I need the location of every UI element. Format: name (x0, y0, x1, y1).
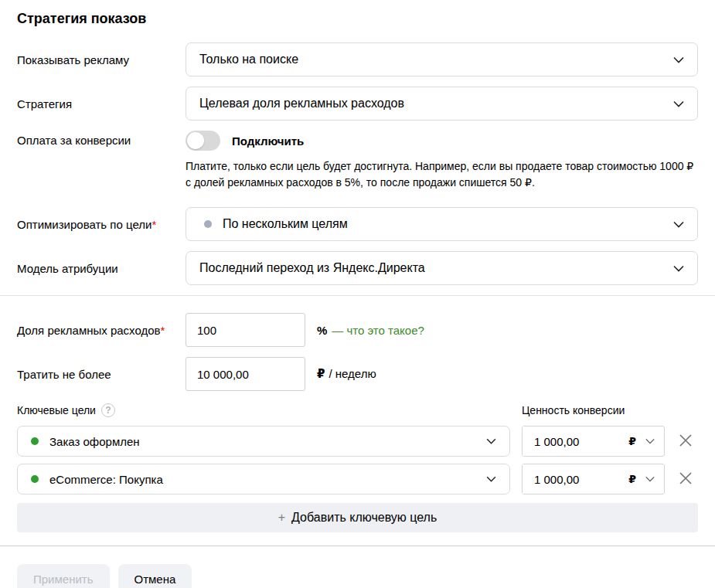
toggle-knob (187, 132, 204, 149)
row-attribution-model: Модель атрибуции Последний переход из Ян… (17, 251, 698, 285)
pay-per-conversion-description: Платите, только если цель будет достигну… (186, 158, 698, 191)
apply-button[interactable]: Применить (17, 564, 110, 588)
strategy-label: Стратегия (17, 97, 186, 110)
conversion-value-field: ₽ (522, 464, 665, 495)
chevron-down-icon (673, 56, 684, 63)
goal-name: eCommerce: Покупка (49, 473, 478, 486)
help-question-icon[interactable]: ? (101, 403, 115, 417)
strategy-select[interactable]: Целевая доля рекламных расходов (186, 87, 698, 121)
attribution-model-select[interactable]: Последний переход из Яндекс.Директа (186, 251, 698, 285)
chevron-down-icon (673, 100, 684, 107)
currency-symbol: ₽ (628, 473, 636, 485)
add-key-goal-button[interactable]: + Добавить ключевую цель (17, 503, 698, 532)
chevron-down-icon[interactable] (645, 476, 655, 482)
ad-spend-share-label: Доля рекламных расходов* (17, 324, 186, 337)
optimize-goal-value: По нескольким целям (223, 217, 666, 231)
row-pay-per-conversion: Оплата за конверсии Подключить Платите, … (17, 131, 698, 191)
per-week-suffix: / неделю (329, 367, 376, 380)
goal-status-dot-icon (31, 437, 39, 445)
pay-per-conversion-toggle[interactable] (186, 131, 220, 151)
row-weekly-limit: Тратить не более ₽ / неделю (17, 357, 698, 391)
attribution-model-value: Последний переход из Яндекс.Директа (199, 261, 666, 275)
row-show-ads: Показывать рекламу Только на поиске (17, 42, 698, 76)
goal-status-dot-icon (31, 475, 39, 483)
plus-icon: + (278, 511, 285, 525)
row-optimize-goal: Оптимизировать по цели* По нескольким це… (17, 207, 698, 241)
goals-header: Ключевые цели ? Ценность конверсии (17, 403, 698, 417)
add-key-goal-label: Добавить ключевую цель (291, 511, 437, 525)
display-strategy-form: Стратегия показов Показывать рекламу Тол… (0, 0, 715, 588)
required-asterisk: * (161, 324, 165, 337)
optimize-goal-select[interactable]: По нескольким целям (186, 207, 698, 241)
goal-row: Заказ оформлен ₽ (17, 426, 698, 457)
chevron-down-icon (673, 265, 684, 272)
goal-select[interactable]: Заказ оформлен (17, 426, 510, 457)
goal-name: Заказ оформлен (49, 435, 478, 448)
toggle-label: Подключить (232, 134, 304, 148)
conversion-value-input[interactable] (523, 427, 600, 456)
show-ads-label: Показывать рекламу (17, 53, 186, 66)
close-icon (677, 470, 694, 489)
close-icon (677, 432, 694, 451)
cancel-button[interactable]: Отмена (118, 564, 192, 588)
strategy-value: Целевая доля рекламных расходов (199, 97, 666, 110)
show-ads-value: Только на поиске (199, 53, 666, 66)
footer-divider (0, 546, 715, 546)
ad-spend-share-input[interactable] (186, 313, 305, 347)
attribution-model-label: Модель атрибуции (17, 262, 186, 275)
chevron-down-icon (486, 438, 496, 444)
currency-symbol: ₽ (628, 435, 636, 447)
remove-goal-button[interactable] (677, 470, 694, 489)
chevron-down-icon[interactable] (645, 438, 655, 444)
required-asterisk: * (152, 218, 156, 231)
weekly-limit-label: Тратить не более (17, 368, 186, 381)
multi-goal-dot-icon (204, 220, 212, 228)
pay-per-conversion-label: Оплата за конверсии (17, 131, 186, 147)
conversion-value-title: Ценность конверсии (522, 404, 625, 416)
goal-select[interactable]: eCommerce: Покупка (17, 464, 510, 495)
chevron-down-icon (486, 476, 496, 482)
conversion-value-input[interactable] (523, 464, 600, 494)
show-ads-select[interactable]: Только на поиске (186, 42, 698, 76)
optimize-goal-label: Оптимизировать по цели* (17, 218, 186, 231)
percent-unit: % (317, 324, 327, 337)
ruble-unit: ₽ (317, 367, 325, 381)
page-title: Стратегия показов (17, 11, 698, 27)
what-is-it-link[interactable]: — что это такое? (332, 324, 424, 337)
row-strategy: Стратегия Целевая доля рекламных расходо… (17, 87, 698, 121)
key-goals-title: Ключевые цели (17, 404, 96, 416)
goal-row: eCommerce: Покупка ₽ (17, 464, 698, 495)
remove-goal-button[interactable] (677, 432, 694, 451)
section-divider (0, 295, 715, 296)
footer-actions: Применить Отмена (17, 564, 698, 588)
conversion-value-field: ₽ (522, 426, 665, 457)
chevron-down-icon (673, 221, 684, 228)
weekly-limit-input[interactable] (186, 357, 305, 391)
row-ad-spend-share: Доля рекламных расходов* % — что это так… (17, 313, 698, 347)
